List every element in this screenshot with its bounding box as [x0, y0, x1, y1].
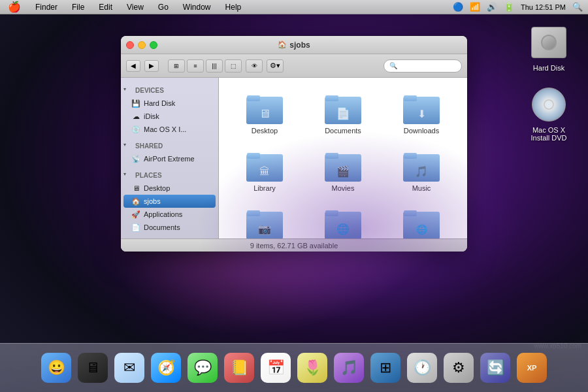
sidebar-macosx-label: Mac OS X I...	[144, 125, 186, 133]
menu-file[interactable]: File	[69, 3, 87, 12]
title-bar: 🏠 sjobs	[121, 36, 467, 54]
dock-item-safari[interactable]: 🧭	[149, 351, 183, 385]
file-item-pictures[interactable]: 📷 Pictures	[229, 203, 301, 238]
menu-go[interactable]: Go	[155, 3, 171, 12]
sites-folder-icon: 🌐	[403, 206, 440, 238]
close-button[interactable]	[126, 41, 134, 49]
places-section-header[interactable]: ▾ PLACES	[121, 165, 218, 182]
sidebar-item-documents[interactable]: 📄 Documents	[121, 221, 218, 234]
search-box[interactable]: 🔍	[384, 59, 462, 73]
sidebar-applications-label: Applications	[144, 210, 182, 218]
sidebar-item-hard-disk[interactable]: 💾 Hard Disk	[121, 97, 218, 110]
minimize-button[interactable]	[138, 41, 146, 49]
dock-item-clock[interactable]: 🕐	[405, 351, 439, 385]
devices-section-header[interactable]: ▾ DEVICES	[121, 80, 218, 97]
spinner-dock-icon: 🔄	[480, 353, 510, 383]
dock-item-system[interactable]: 🖥	[76, 351, 110, 385]
applications-icon: 🚀	[131, 210, 140, 219]
file-item-downloads[interactable]: ⬇ Downloads	[385, 88, 457, 139]
sidebar-item-airport[interactable]: 📡 AirPort Extreme	[121, 152, 218, 165]
window-title: 🏠 sjobs	[278, 41, 310, 50]
mail-dock-icon: ✉	[114, 353, 144, 383]
hard-disk-sidebar-icon: 💾	[131, 99, 140, 108]
menubar: 🍎 Finder File Edit View Go Window Help 🔵…	[0, 0, 588, 14]
file-item-public[interactable]: 🌐 Public	[307, 203, 379, 238]
dock-item-xp[interactable]: XP	[515, 351, 549, 385]
sidebar-item-desktop[interactable]: 🖥 Desktop	[121, 182, 218, 195]
music-folder-label: Music	[412, 184, 431, 192]
dock-item-finder[interactable]: 😀	[39, 351, 73, 385]
iphoto-dock-icon: 🌷	[297, 353, 327, 383]
menu-view[interactable]: View	[124, 3, 146, 12]
macosx-icon: 💿	[131, 125, 140, 134]
apple-menu[interactable]: 🍎	[5, 1, 24, 13]
file-item-library[interactable]: 🏛 Library	[229, 145, 301, 196]
svg-text:🏛: 🏛	[259, 166, 270, 177]
menu-help[interactable]: Help	[223, 3, 244, 12]
system-dock-icon: 🖥	[78, 353, 108, 383]
column-view-button[interactable]: |||	[206, 59, 223, 73]
sidebar-idisk-label: iDisk	[144, 112, 159, 120]
mac-dvd-icon[interactable]: Mac OS X Install DVD	[523, 85, 575, 142]
shared-section-header[interactable]: ▾ SHARED	[121, 136, 218, 152]
menu-finder[interactable]: Finder	[33, 3, 60, 12]
dock-item-ichat[interactable]: 💬	[186, 351, 220, 385]
sidebar-item-sjobs[interactable]: 🏠 sjobs	[123, 195, 216, 208]
movies-folder-label: Movies	[332, 184, 355, 192]
file-item-documents[interactable]: 📄 Documents	[307, 88, 379, 139]
dock-item-iphoto[interactable]: 🌷	[295, 351, 329, 385]
dock-item-spaces[interactable]: ⊞	[368, 351, 402, 385]
file-item-music[interactable]: 🎵 Music	[385, 145, 457, 196]
shared-title: SHARED	[130, 139, 168, 151]
file-item-desktop[interactable]: 🖥 Desktop	[229, 88, 301, 139]
xp-dock-icon: XP	[517, 353, 547, 383]
mac-dvd-label: Mac OS X Install DVD	[523, 126, 575, 142]
search-icon: 🔍	[389, 62, 397, 69]
spotlight-icon[interactable]: 🔍	[572, 2, 583, 12]
sidebar-item-applications[interactable]: 🚀 Applications	[121, 208, 218, 221]
safari-dock-icon: 🧭	[151, 353, 181, 383]
file-item-sites[interactable]: 🌐 Sites	[385, 203, 457, 238]
svg-rect-19	[247, 210, 260, 216]
desktop: 🍎 Finder File Edit View Go Window Help 🔵…	[0, 0, 588, 392]
dock-item-syspref[interactable]: ⚙	[442, 351, 476, 385]
svg-rect-16	[404, 153, 417, 159]
search-section-header[interactable]: ▾ SEARCH FOR	[121, 234, 218, 238]
svg-text:🎬: 🎬	[336, 165, 350, 178]
svg-rect-13	[325, 153, 338, 159]
svg-rect-9	[246, 154, 283, 182]
action-button[interactable]: ⚙▾	[267, 59, 284, 73]
back-button[interactable]: ◀	[126, 60, 140, 72]
traffic-lights	[126, 41, 157, 49]
hard-disk-icon[interactable]: Hard Disk	[529, 23, 568, 72]
dock-item-itunes[interactable]: 🎵	[332, 351, 366, 385]
devices-title: DEVICES	[130, 83, 169, 95]
icon-view-button[interactable]: ⊞	[168, 59, 185, 73]
sjobs-icon: 🏠	[131, 197, 140, 206]
svg-rect-21	[325, 212, 361, 238]
cover-flow-button[interactable]: ⬚	[225, 59, 242, 73]
svg-text:🎵: 🎵	[415, 165, 428, 178]
sidebar-airport-label: AirPort Extreme	[144, 155, 195, 163]
menubar-time: Thu 12:51 PM	[521, 3, 566, 11]
library-folder-label: Library	[253, 184, 276, 192]
dock-item-ical[interactable]: 📅	[259, 351, 293, 385]
sidebar-item-macosx[interactable]: 💿 Mac OS X I...	[121, 123, 218, 136]
sidebar-documents-label: Documents	[144, 223, 180, 231]
file-item-movies[interactable]: 🎬 Movies	[307, 145, 379, 196]
menu-edit[interactable]: Edit	[96, 3, 115, 12]
dock-item-address-book[interactable]: 📒	[222, 351, 256, 385]
eye-button[interactable]: 👁	[246, 59, 263, 73]
forward-button[interactable]: ▶	[144, 60, 159, 72]
finder-content: ▾ DEVICES 💾 Hard Disk ☁ iDisk 💿 Mac OS X…	[121, 78, 467, 238]
dock-item-mail[interactable]: ✉	[112, 351, 146, 385]
svg-text:🖥: 🖥	[259, 107, 270, 120]
status-bar: 9 items, 62.71 GB available	[121, 238, 467, 252]
sidebar-item-idisk[interactable]: ☁ iDisk	[121, 110, 218, 123]
file-grid: 🖥 Desktop	[219, 78, 467, 238]
maximize-button[interactable]	[150, 41, 157, 49]
status-text: 9 items, 62.71 GB available	[250, 242, 338, 250]
list-view-button[interactable]: ≡	[187, 59, 204, 73]
menu-window[interactable]: Window	[180, 3, 214, 12]
dock-item-spinner[interactable]: 🔄	[478, 351, 512, 385]
